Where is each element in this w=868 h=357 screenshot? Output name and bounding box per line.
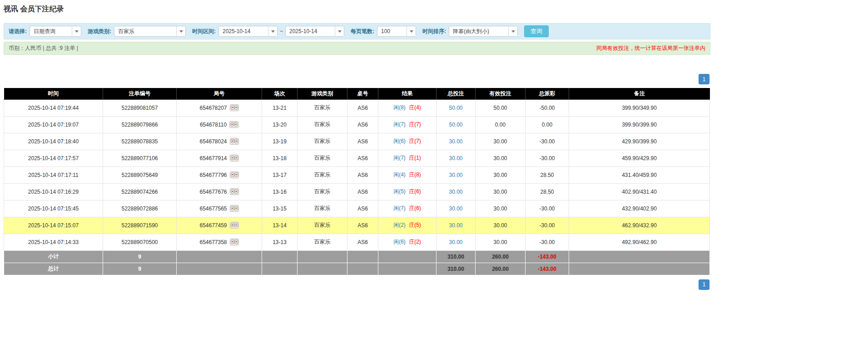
chevron-down-icon[interactable]	[407, 26, 416, 36]
video-replay-icon[interactable]	[229, 121, 238, 128]
footer-valid-bet: 260.00	[476, 263, 526, 275]
cell-time: 2025-10-14 07:17:11	[4, 166, 103, 183]
page-size-select[interactable]: 100	[377, 26, 416, 37]
cell-table-number: AS6	[347, 166, 378, 183]
video-replay-icon[interactable]	[230, 239, 239, 245]
query-type-select[interactable]: 日期查询	[30, 26, 81, 37]
round-number: 654677796	[199, 172, 227, 178]
valid-bet-notice: 同局有效投注，统一计算在该局第一张注单内	[596, 44, 705, 52]
video-replay-icon[interactable]	[230, 188, 239, 195]
page-size-label: 每页笔数:	[351, 28, 374, 35]
pagination-top: 1	[4, 74, 709, 84]
chevron-down-icon[interactable]	[176, 26, 185, 36]
sort-order-value: 降幂(由大到小)	[449, 26, 508, 36]
cell-result: 闲(7) 庄(6)	[378, 200, 436, 217]
cell-session: 13-13	[262, 234, 298, 250]
cell-bet-id: 522889071590	[103, 217, 177, 234]
cell-valid-bet: 30.00	[476, 183, 526, 200]
cell-game-type: 百家乐	[298, 183, 347, 200]
table-row: 2025-10-14 07:16:29 522889074266 6546776…	[4, 183, 710, 200]
video-replay-icon[interactable]	[230, 104, 239, 111]
betting-records-table: 时间 注单编号 局号 场次 游戏类别 桌号 结果 总投注 有效投注 总派彩 备注…	[4, 88, 710, 275]
cell-valid-bet: 30.00	[476, 133, 526, 150]
total-bet-link[interactable]: 30.00	[449, 189, 462, 195]
chevron-down-icon[interactable]	[508, 26, 517, 36]
cell-total-bet: 30.00	[436, 150, 476, 166]
cell-note: 431.40/459.90	[569, 166, 710, 183]
page-1-button[interactable]: 1	[699, 74, 709, 84]
cell-bet-id: 522889070500	[103, 234, 177, 250]
date-range-label: 时间区间:	[192, 28, 216, 35]
cell-result: 闲(4) 庄(8)	[378, 166, 436, 183]
table-row: 2025-10-14 07:15:07 522889071590 6546774…	[4, 217, 710, 234]
video-replay-icon[interactable]	[230, 155, 239, 161]
total-bet-link[interactable]: 50.00	[449, 122, 462, 128]
footer-empty-round	[177, 250, 262, 263]
chevron-down-icon	[179, 30, 183, 33]
header-result: 结果	[378, 88, 436, 99]
cell-session: 13-14	[262, 217, 298, 234]
total-bet-link[interactable]: 30.00	[449, 205, 462, 212]
result-banker: 庄(6)	[409, 188, 421, 195]
summary-bar: 币别：人民币 | 总共 :9 注单 | 同局有效投注，统一计算在该局第一张注单内	[4, 42, 710, 55]
video-replay-icon[interactable]	[230, 138, 239, 145]
header-total-bet: 总投注	[436, 88, 476, 99]
footer-empty-result	[378, 250, 436, 263]
cell-note: 462.90/432.90	[569, 217, 710, 234]
cell-total-bet: 30.00	[436, 217, 476, 234]
total-bet-link[interactable]: 30.00	[449, 222, 462, 229]
cell-game-type: 百家乐	[298, 99, 347, 116]
cell-session: 13-16	[262, 183, 298, 200]
page-1-button[interactable]: 1	[699, 279, 709, 290]
result-banker: 庄(4)	[409, 104, 421, 111]
table-row: 2025-10-14 07:14:33 522889070500 6546773…	[4, 234, 710, 250]
table-row: 2025-10-14 07:19:07 522889079866 6546781…	[4, 116, 710, 133]
round-number: 654677358	[199, 239, 227, 245]
video-replay-icon[interactable]	[230, 222, 239, 229]
table-row: 2025-10-14 07:17:57 522889077106 6546779…	[4, 150, 710, 166]
game-type-select[interactable]: 百家乐	[114, 26, 186, 37]
table-summary-row: 小计 9 310.00 260.00 -143.00	[4, 250, 710, 263]
date-range-separator: ~	[280, 28, 283, 34]
cell-bet-id: 522889081057	[103, 99, 177, 116]
total-bet-link[interactable]: 30.00	[449, 172, 462, 178]
cell-game-type: 百家乐	[298, 234, 347, 250]
video-replay-icon[interactable]	[230, 205, 239, 212]
cell-note: 399.90/349.90	[569, 99, 710, 116]
total-bet-link[interactable]: 30.00	[449, 239, 462, 245]
date-from-input[interactable]: 2025-10-14	[218, 26, 278, 37]
pagination-bottom: 1	[4, 279, 709, 290]
chevron-down-icon[interactable]	[268, 26, 277, 36]
result-player: 闲(7)	[393, 121, 406, 127]
cell-note: 399.90/399.90	[569, 116, 710, 133]
cell-table-number: AS6	[347, 200, 378, 217]
chevron-down-icon[interactable]	[335, 26, 344, 36]
cell-total-bet: 30.00	[436, 200, 476, 217]
cell-table-number: AS6	[347, 133, 378, 150]
footer-label: 小计	[4, 250, 103, 263]
date-to-input[interactable]: 2025-10-14	[285, 26, 344, 37]
cell-time: 2025-10-14 07:19:07	[4, 116, 103, 133]
cell-total-bet: 50.00	[436, 99, 476, 116]
search-button[interactable]: 查询	[524, 25, 549, 37]
total-bet-link[interactable]: 30.00	[449, 138, 462, 145]
video-replay-icon[interactable]	[230, 171, 239, 178]
round-number: 654678207	[199, 105, 227, 111]
result-banker: 庄(2)	[409, 239, 421, 245]
cell-note: 402.90/431.40	[569, 183, 710, 200]
cell-payout: -30.00	[526, 217, 569, 234]
cell-valid-bet: 30.00	[476, 234, 526, 250]
sort-order-select[interactable]: 降幂(由大到小)	[449, 26, 518, 37]
cell-bet-id: 522889079866	[103, 116, 177, 133]
cell-result: 闲(5) 庄(6)	[378, 183, 436, 200]
header-note: 备注	[569, 88, 710, 99]
cell-result: 闲(2) 庄(5)	[378, 217, 436, 234]
page: 视讯 会员下注纪录 请选择: 日期查询 游戏类别: 百家乐 时间区间: 2025…	[4, 0, 710, 290]
total-bet-link[interactable]: 50.00	[449, 105, 462, 111]
footer-empty-session	[262, 250, 298, 263]
round-number: 654677459	[199, 222, 227, 229]
footer-empty-game	[298, 263, 347, 275]
result-banker: 庄(7)	[409, 121, 421, 127]
chevron-down-icon[interactable]	[72, 26, 81, 36]
total-bet-link[interactable]: 30.00	[449, 155, 462, 161]
